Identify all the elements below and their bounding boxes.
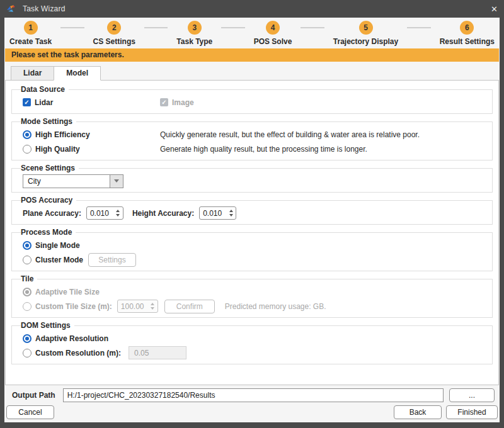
height-accuracy-spinner[interactable]: 0.010 <box>199 206 236 220</box>
adaptive-resolution-row: Adaptive Resolution <box>23 331 484 346</box>
footer-bar: Cancel Back Finished <box>6 405 498 419</box>
high-efficiency-row: High Efficiency Quickly generate result,… <box>23 127 484 142</box>
group-process-mode-title: Process Mode <box>21 228 76 237</box>
plane-accuracy-spinner[interactable]: 0.010 <box>86 206 123 220</box>
adaptive-tile-label: Adaptive Tile Size <box>35 288 100 296</box>
adaptive-resolution-label: Adaptive Resolution <box>35 334 108 343</box>
step-4-badge: 4 <box>266 21 280 35</box>
output-path-row: Output Path ... <box>12 388 495 402</box>
cluster-mode-radio[interactable]: Cluster Mode <box>23 256 83 264</box>
step-1: 1 <box>9 21 52 35</box>
dialog-client-area: 1 2 3 4 5 6 Create Task CS Settings Task… <box>4 18 500 422</box>
chevron-down-icon[interactable] <box>110 175 123 188</box>
single-mode-radio[interactable]: Single Mode <box>23 241 80 250</box>
status-banner: Please set the task parameters. <box>5 48 499 62</box>
height-accuracy-label: Height Accuracy: <box>132 209 194 218</box>
group-pos-accuracy: POS Accuracy Plane Accuracy: 0.010 Heigh… <box>11 196 493 225</box>
pos-accuracy-row: Plane Accuracy: 0.010 Height Accuracy: 0… <box>23 206 484 220</box>
step-5-label: Trajectory Display <box>333 35 398 46</box>
group-dom-settings: DOM Settings Adaptive Resolution Custom … <box>11 321 493 364</box>
step-2: 2 <box>93 21 135 35</box>
radio-unselected-icon[interactable] <box>23 256 32 264</box>
app-logo-icon <box>6 4 16 14</box>
step-3-badge: 3 <box>188 21 202 35</box>
output-path-input[interactable] <box>63 388 444 402</box>
high-efficiency-radio[interactable]: High Efficiency <box>23 130 160 139</box>
high-efficiency-label: High Efficiency <box>35 130 90 139</box>
lidar-checkbox[interactable]: Lidar <box>23 98 160 107</box>
step-connector <box>144 27 168 28</box>
footer-right-buttons: Back Finished <box>394 405 498 419</box>
custom-resolution-label: Custom Resolution (m): <box>35 349 121 358</box>
group-process-mode: Process Mode Single Mode Cluster Mode Se… <box>11 228 493 271</box>
step-3: 3 <box>176 21 212 35</box>
image-checkbox-label: Image <box>172 98 194 107</box>
radio-unselected-disabled-icon <box>23 302 32 311</box>
confirm-button: Confirm <box>164 300 215 313</box>
finished-button[interactable]: Finished <box>446 405 498 419</box>
spinner-arrows-icon[interactable] <box>226 207 236 219</box>
radio-selected-icon[interactable] <box>23 130 32 139</box>
custom-tile-spinner: 100.00 <box>117 300 158 313</box>
step-6-label: Result Settings <box>440 35 495 46</box>
custom-tile-value: 100.00 <box>118 300 148 312</box>
group-data-source-title: Data Source <box>21 85 69 94</box>
group-dom-settings-title: DOM Settings <box>21 321 74 330</box>
scene-select[interactable]: City <box>23 174 123 188</box>
group-scene-settings-title: Scene Settings <box>21 164 79 172</box>
step-6: 6 <box>440 21 495 35</box>
high-quality-label: High Quality <box>35 145 80 154</box>
plane-accuracy-value: 0.010 <box>87 207 113 219</box>
adaptive-tile-radio: Adaptive Tile Size <box>23 288 100 296</box>
step-4-label: POS Solve <box>254 35 292 46</box>
cluster-mode-row: Cluster Mode Settings <box>23 252 484 267</box>
custom-resolution-radio[interactable]: Custom Resolution (m): <box>23 349 121 358</box>
radio-unselected-icon[interactable] <box>23 349 32 358</box>
radio-selected-disabled-icon <box>23 288 32 296</box>
tab-model[interactable]: Model <box>54 66 101 81</box>
radio-selected-icon[interactable] <box>23 241 32 250</box>
radio-unselected-icon[interactable] <box>23 145 32 154</box>
wizard-stepper: 1 2 3 4 5 6 Create Task CS Settings Task… <box>4 18 500 46</box>
window-title: Task Wizard <box>23 4 66 13</box>
back-button[interactable]: Back <box>394 405 442 419</box>
step-3-label: Task Type <box>176 35 212 46</box>
spinner-arrows-icon[interactable] <box>113 207 123 219</box>
data-source-row: Lidar Image <box>23 95 484 110</box>
scene-select-value: City <box>23 175 110 188</box>
tab-lidar[interactable]: Lidar <box>11 66 54 81</box>
cancel-button[interactable]: Cancel <box>6 405 54 419</box>
close-icon[interactable]: ✕ <box>479 4 498 14</box>
group-mode-settings: Mode Settings High Efficiency Quickly ge… <box>11 117 493 160</box>
task-wizard-window: Task Wizard ✕ 1 2 3 4 5 6 Create Task CS… <box>0 0 504 428</box>
group-scene-settings: Scene Settings City <box>11 164 493 193</box>
lidar-checkbox-label: Lidar <box>35 98 53 107</box>
high-quality-radio[interactable]: High Quality <box>23 145 160 154</box>
memory-usage-note: Predicted memory usage: GB. <box>225 302 326 311</box>
height-accuracy-value: 0.010 <box>200 207 226 219</box>
model-tab-panel: Data Source Lidar Image Mode Settings <box>5 80 499 385</box>
plane-accuracy-label: Plane Accuracy: <box>23 209 81 218</box>
step-connector <box>407 27 430 28</box>
custom-tile-label: Custom Tile Size (m): <box>35 302 112 311</box>
step-6-badge: 6 <box>460 21 474 35</box>
group-mode-settings-title: Mode Settings <box>21 117 76 126</box>
output-path-label: Output Path <box>12 391 55 400</box>
step-connector <box>221 27 244 28</box>
browse-button[interactable]: ... <box>449 388 495 402</box>
single-mode-row: Single Mode <box>23 238 484 252</box>
tab-bar: Lidar Model <box>11 66 500 80</box>
step-connector <box>301 27 324 28</box>
step-1-label: Create Task <box>9 35 52 46</box>
checkbox-checked-disabled-icon <box>160 98 168 106</box>
high-efficiency-description: Quickly generate result, but the effect … <box>160 130 420 139</box>
high-quality-description: Generate high quality result, but the pr… <box>160 145 367 154</box>
radio-selected-icon[interactable] <box>23 334 32 343</box>
group-pos-accuracy-title: POS Accuracy <box>21 196 76 205</box>
custom-resolution-field: 0.05 <box>129 346 186 359</box>
cluster-mode-label: Cluster Mode <box>35 256 83 264</box>
adaptive-resolution-radio[interactable]: Adaptive Resolution <box>23 334 108 343</box>
adaptive-tile-row: Adaptive Tile Size <box>23 284 484 299</box>
step-2-badge: 2 <box>107 21 121 35</box>
checkbox-checked-icon[interactable] <box>23 98 31 106</box>
